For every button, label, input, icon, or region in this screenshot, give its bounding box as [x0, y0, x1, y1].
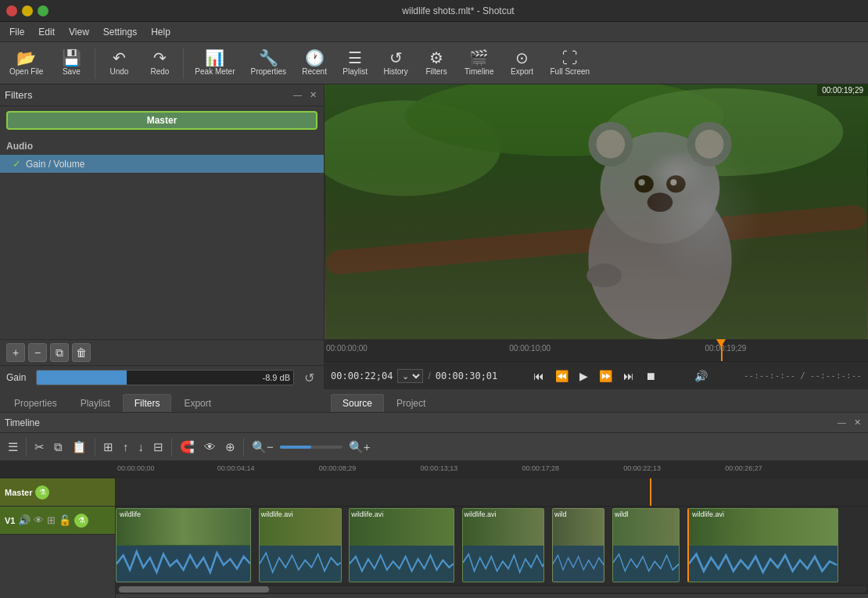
save-button[interactable]: 💾 Save — [52, 45, 90, 82]
tl-overwrite-btn[interactable]: ⊟ — [150, 439, 167, 456]
tab-export[interactable]: Export — [173, 395, 222, 412]
tl-snap-btn[interactable]: 🧲 — [177, 439, 198, 456]
tl-copy-btn[interactable]: ⧉ — [51, 439, 66, 456]
play-btn[interactable]: ▶ — [576, 368, 591, 384]
audio-icon[interactable]: 🔊 — [18, 514, 30, 526]
clip-6-label: wildlife.avi — [692, 510, 724, 518]
scroll-thumb[interactable] — [119, 586, 269, 593]
gain-volume-filter[interactable]: ✓ Gain / Volume — [0, 155, 324, 173]
filter-remove-btn[interactable]: − — [28, 343, 47, 362]
v1-track-name: V1 — [5, 516, 15, 525]
track-headers: Master ⚗ V1 🔊 👁 ⊞ 🔓 ⚗ — [0, 461, 116, 598]
clip-6[interactable]: wildlife.avi — [687, 508, 838, 582]
track-content: 00:00:00;00 00:00:04;14 00:00:08;29 00:0… — [116, 461, 868, 598]
clip-4[interactable]: wild — [552, 508, 604, 582]
filters-minimize-btn[interactable]: — — [291, 89, 304, 101]
lock-icon[interactable]: 🔓 — [59, 514, 71, 526]
master-bar[interactable]: Master — [6, 111, 317, 130]
clip-2[interactable]: wildlife.avi — [349, 508, 454, 582]
tl-remove-btn[interactable]: ↑ — [120, 439, 132, 455]
master-track-header: Master ⚗ — [0, 478, 115, 507]
scroll-track[interactable] — [117, 586, 866, 593]
upper-area: Filters — ✕ Master Audio ✓ Gain / Vol — [0, 84, 868, 389]
tab-playlist[interactable]: Playlist — [70, 395, 121, 412]
skip-end-btn[interactable]: ⏭ — [620, 368, 637, 384]
gain-reset-btn[interactable]: ↺ — [300, 369, 317, 386]
fast-forward-btn[interactable]: ⏩ — [596, 368, 615, 384]
master-filter-btn[interactable]: ⚗ — [35, 485, 49, 500]
filters-close-btn[interactable]: ✕ — [307, 89, 319, 101]
history-button[interactable]: ↺ History — [377, 45, 414, 82]
clip-5-label: wildl — [615, 510, 629, 518]
tl-down-btn[interactable]: ↓ — [135, 439, 148, 455]
clip-3-label: wildlife.avi — [464, 510, 497, 518]
toolbar: 📂 Open File 💾 Save ↶ Undo ↷ Redo 📊 Peak … — [0, 42, 868, 84]
clip-5[interactable]: wildl — [612, 508, 680, 582]
volume-btn[interactable]: 🔊 — [691, 368, 711, 384]
preview-column: 00:00:19;29 00:00:00;00 00:00:10;00 00:0… — [325, 84, 868, 389]
horizontal-scrollbar[interactable] — [116, 585, 868, 594]
stop-btn[interactable]: ⏹ — [642, 368, 659, 384]
tab-source[interactable]: Source — [331, 394, 384, 412]
export-button[interactable]: ⊙ Export — [504, 45, 541, 82]
filter-delete-btn[interactable]: 🗑 — [72, 343, 91, 362]
tl-zoom-in-btn[interactable]: 🔍+ — [346, 439, 374, 456]
clip-0-label: wildlife — [120, 510, 141, 518]
open-file-label: Open File — [9, 67, 43, 76]
filter-add-btn[interactable]: + — [6, 343, 25, 362]
clip-0[interactable]: wildlife — [116, 508, 251, 582]
timeline-minimize-btn[interactable]: — — [835, 417, 848, 428]
properties-button[interactable]: 🔧 Properties — [245, 45, 293, 82]
eye-icon[interactable]: 👁 — [34, 514, 44, 526]
gain-bar[interactable]: -8.9 dB — [36, 370, 294, 385]
tl-sep-3 — [171, 438, 172, 457]
save-icon: 💾 — [62, 50, 81, 66]
menu-settings[interactable]: Settings — [97, 25, 143, 39]
maximize-button[interactable] — [38, 5, 48, 16]
peak-meter-button[interactable]: 📊 Peak Meter — [188, 45, 241, 82]
tl-cut-btn[interactable]: ✂ — [31, 439, 48, 456]
clip-6-wave — [689, 546, 837, 582]
frame-rate-select[interactable]: ⌄ — [397, 369, 423, 383]
tl-loop-btn[interactable]: ⊕ — [222, 439, 239, 456]
tl-ripple-btn[interactable]: 👁 — [201, 439, 219, 455]
full-screen-label: Full Screen — [551, 67, 590, 76]
ruler-tick-4: 00:00:17;28 — [522, 464, 559, 472]
clip-1[interactable]: wildlife.avi — [259, 508, 342, 582]
gain-bar-fill — [37, 371, 127, 385]
menu-help[interactable]: Help — [145, 25, 177, 39]
clip-3[interactable]: wildlife.avi — [462, 508, 545, 582]
filters-button[interactable]: ⚙ Filters — [418, 45, 455, 82]
open-file-button[interactable]: 📂 Open File — [3, 45, 49, 82]
menu-view[interactable]: View — [63, 25, 95, 39]
tl-append-btn[interactable]: ⊞ — [100, 439, 117, 456]
skip-start-btn[interactable]: ⏮ — [530, 368, 547, 384]
menu-edit[interactable]: Edit — [32, 25, 61, 39]
tl-zoom-out-btn[interactable]: 🔍− — [249, 439, 277, 456]
close-button[interactable] — [6, 5, 17, 16]
clip-2-wave — [350, 546, 454, 582]
tab-project[interactable]: Project — [386, 395, 436, 412]
filter-check-icon: ✓ — [13, 158, 21, 170]
prev-frame-btn[interactable]: ⏪ — [552, 368, 572, 384]
full-screen-button[interactable]: ⛶ Full Screen — [544, 45, 597, 82]
v1-filter-btn[interactable]: ⚗ — [74, 514, 88, 528]
timeline-button[interactable]: 🎬 Timeline — [458, 45, 500, 82]
layers-icon[interactable]: ⊞ — [47, 514, 56, 526]
recent-button[interactable]: 🕐 Recent — [296, 45, 333, 82]
redo-button[interactable]: ↷ Redo — [141, 45, 178, 82]
ruler-mark-0: 00:00:00;00 — [326, 344, 368, 353]
tab-properties[interactable]: Properties — [3, 395, 68, 412]
undo-icon: ↶ — [113, 50, 126, 66]
tl-paste-btn[interactable]: 📋 — [69, 439, 90, 456]
svg-point-10 — [695, 130, 724, 159]
menu-file[interactable]: File — [3, 25, 30, 39]
playlist-button[interactable]: ☰ Playlist — [336, 45, 374, 82]
timeline-close-btn[interactable]: ✕ — [852, 417, 863, 428]
tab-filters[interactable]: Filters — [123, 394, 172, 412]
minimize-button[interactable] — [22, 5, 33, 16]
filter-copy-btn[interactable]: ⧉ — [50, 343, 69, 362]
zoom-slider[interactable] — [280, 446, 343, 449]
undo-button[interactable]: ↶ Undo — [100, 45, 138, 82]
tl-menu-btn[interactable]: ☰ — [5, 439, 21, 456]
